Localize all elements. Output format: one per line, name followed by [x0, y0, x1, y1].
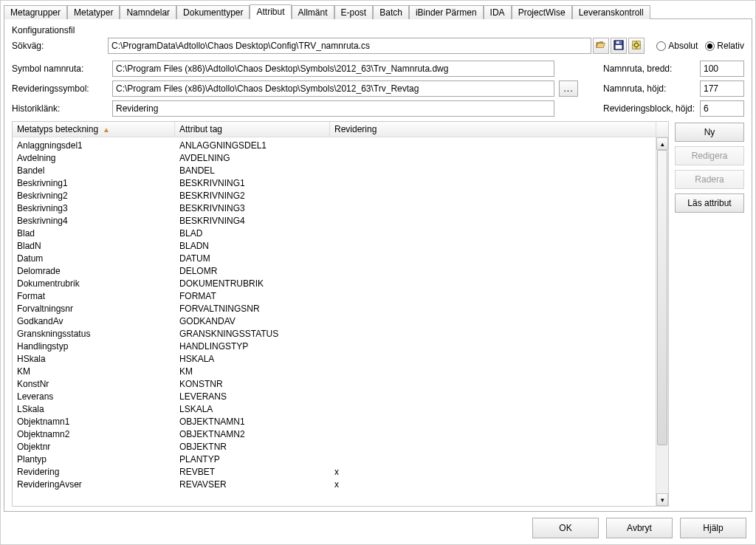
height-input[interactable] [700, 80, 744, 97]
ellipsis-icon: ... [563, 83, 573, 94]
table-row[interactable]: Beskrivning1BESKRIVNING1 [13, 176, 656, 189]
revsymbol-browse-button[interactable]: ... [559, 80, 578, 97]
table-cell: Anlaggningsdel1 [13, 140, 175, 151]
table-cell: OBJEKTNR [175, 442, 330, 452]
ny-button[interactable]: Ny [675, 123, 744, 142]
table-body[interactable]: Anlaggningsdel1ANLAGGNINGSDEL1AvdelningA… [13, 137, 656, 492]
table-row[interactable]: AvdelningAVDELNING [13, 151, 656, 164]
path-input[interactable] [108, 38, 591, 54]
table-cell: Bandel [13, 165, 175, 176]
table-row[interactable]: ForvaltningsnrFORVALTNINGSNR [13, 302, 656, 315]
table-cell: Delomrade [13, 266, 175, 276]
table-cell: AVDELNING [175, 153, 330, 163]
save-file-button[interactable] [611, 38, 627, 54]
table-row[interactable]: LeveransLEVERANS [13, 390, 656, 402]
symbol-label: Symbol namnruta: [12, 64, 108, 74]
table-row[interactable]: RevideringREVBETx [13, 465, 656, 478]
scroll-down-icon[interactable]: ▾ [656, 493, 668, 506]
tab-metatyper[interactable]: Metatyper [67, 5, 120, 19]
table-cell: DELOMR [175, 266, 330, 276]
table-cell: Objektnamn1 [13, 417, 175, 427]
revsymbol-input[interactable] [112, 80, 554, 97]
table-row[interactable]: RevideringAvserREVAVSERx [13, 478, 656, 490]
refresh-button[interactable] [628, 38, 645, 54]
tab-e-post[interactable]: E-post [334, 5, 374, 19]
table-cell: PLANTYP [175, 454, 330, 465]
vertical-scrollbar[interactable]: ▴ ▾ [656, 137, 668, 506]
table-cell: Leverans [13, 391, 175, 402]
revblock-input[interactable] [700, 100, 744, 117]
scroll-track[interactable] [656, 150, 668, 493]
column-header-revidering[interactable]: Revidering [330, 122, 656, 137]
table-cell: Datum [13, 253, 175, 264]
tab-ida[interactable]: IDA [484, 5, 512, 19]
table-row[interactable]: Objektnamn1OBJEKTNAMN1 [13, 415, 656, 428]
table-cell: Objektnamn2 [13, 429, 175, 439]
width-input[interactable] [700, 61, 744, 77]
table-cell: BESKRIVNING2 [175, 191, 330, 201]
histlink-input[interactable] [112, 100, 554, 117]
table-cell: Dokumentrubrik [13, 278, 175, 289]
height-label: Namnruta, höjd: [603, 83, 695, 94]
table-row[interactable]: Beskrivning3BESKRIVNING3 [13, 202, 656, 214]
tab-attribut[interactable]: Attribut [250, 4, 291, 19]
table-row[interactable]: BladBLAD [13, 227, 656, 239]
table-cell: OBJEKTNAMN2 [175, 429, 330, 439]
table-row[interactable]: Anlaggningsdel1ANLAGGNINGSDEL1 [13, 139, 656, 151]
radio-icon-selected [705, 41, 715, 51]
radio-relativ[interactable]: Relativ [705, 41, 744, 51]
tab-leveranskontroll[interactable]: Leveranskontroll [572, 5, 650, 19]
redigera-button[interactable]: Redigera [675, 146, 744, 165]
histlink-label: Historiklänk: [12, 103, 108, 114]
hjalp-button[interactable]: Hjälp [680, 518, 746, 538]
avbryt-button[interactable]: Avbryt [606, 518, 673, 538]
table-row[interactable]: HSkalaHSKALA [13, 352, 656, 365]
table-row[interactable]: KMKM [13, 365, 656, 377]
radera-button[interactable]: Radera [675, 170, 744, 189]
table-row[interactable]: ObjektnrOBJEKTNR [13, 440, 656, 453]
table-row[interactable]: LSkalaLSKALA [13, 402, 656, 415]
tab-batch[interactable]: Batch [373, 5, 409, 19]
table-row[interactable]: Beskrivning4BESKRIVNING4 [13, 214, 656, 227]
tab-namndelar[interactable]: Namndelar [120, 5, 176, 19]
table-cell: BESKRIVNING3 [175, 203, 330, 213]
table-cell: KM [175, 366, 330, 377]
table-cell: BLAD [175, 228, 330, 239]
tab-metagrupper[interactable]: Metagrupper [4, 5, 67, 19]
table-row[interactable]: Beskrivning2BESKRIVNING2 [13, 189, 656, 202]
table-row[interactable]: GodkandAvGODKANDAV [13, 315, 656, 327]
radio-relativ-label: Relativ [717, 41, 744, 51]
tab-projectwise[interactable]: ProjectWise [512, 5, 572, 19]
table-row[interactable]: KonstNrKONSTNR [13, 377, 656, 390]
table-row[interactable]: FormatFORMAT [13, 289, 656, 302]
column-header-metatype[interactable]: Metatyps beteckning ▲ [13, 122, 175, 137]
table-row[interactable]: DatumDATUM [13, 252, 656, 264]
las-attribut-button[interactable]: Läs attribut [675, 193, 744, 213]
table-cell: Avdelning [13, 153, 175, 163]
tab-dokumenttyper[interactable]: Dokumenttyper [176, 5, 250, 19]
ok-button[interactable]: OK [532, 518, 599, 538]
tab-ibinder-pärmen[interactable]: iBinder Pärmen [409, 5, 484, 19]
table-cell: Forvaltningsnr [13, 304, 175, 314]
open-file-button[interactable] [593, 38, 609, 54]
table-row[interactable]: BladNBLADN [13, 239, 656, 252]
scroll-up-icon[interactable]: ▴ [656, 137, 668, 150]
tab-allmänt[interactable]: Allmänt [292, 5, 334, 19]
column-header-attribut-tag[interactable]: Attribut tag [175, 122, 330, 137]
radio-absolut[interactable]: Absolut [656, 41, 698, 51]
table-row[interactable]: BandelBANDEL [13, 164, 656, 176]
symbol-input[interactable] [112, 61, 554, 77]
table-row[interactable]: DokumentrubrikDOKUMENTRUBRIK [13, 277, 656, 289]
revblock-label: Revideringsblock, höjd: [603, 103, 695, 114]
scroll-thumb[interactable] [657, 150, 667, 445]
table-row[interactable]: HandlingstypHANDLINGSTYP [13, 340, 656, 352]
revsymbol-label: Revideringssymbol: [12, 83, 108, 94]
table-row[interactable]: Objektnamn2OBJEKTNAMN2 [13, 428, 656, 440]
table-cell: REVAVSER [175, 479, 330, 490]
table-cell: LEVERANS [175, 391, 330, 402]
table-row[interactable]: GranskningsstatusGRANSKNINGSSTATUS [13, 327, 656, 340]
table-row[interactable]: PlantypPLANTYP [13, 453, 656, 465]
table-cell: GRANSKNINGSSTATUS [175, 329, 330, 339]
table-cell: BESKRIVNING1 [175, 178, 330, 188]
table-row[interactable]: DelomradeDELOMR [13, 264, 656, 277]
